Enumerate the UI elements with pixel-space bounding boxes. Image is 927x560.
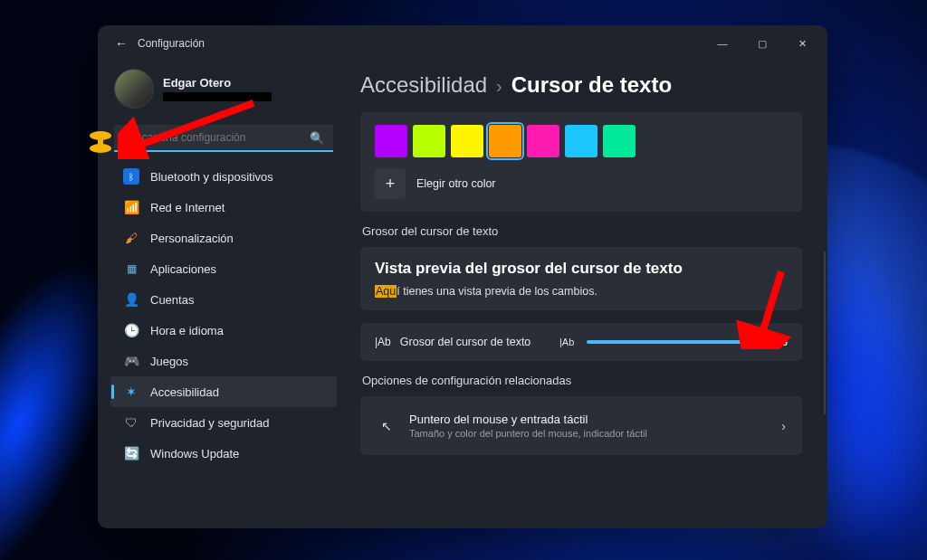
sidebar-item-apps[interactable]: ▦ Aplicaciones	[110, 253, 337, 284]
sidebar-item-label: Bluetooth y dispositivos	[150, 170, 273, 184]
preview-highlight: Aqu	[375, 285, 397, 298]
back-button[interactable]: ←	[110, 36, 132, 51]
breadcrumb-parent[interactable]: Accesibilidad	[360, 72, 487, 98]
slider-label: Grosor del cursor de texto	[400, 336, 531, 348]
sidebar-item-personalization[interactable]: 🖌 Personalización	[110, 223, 337, 253]
sidebar-item-label: Cuentas	[150, 293, 194, 307]
link-subtitle: Tamaño y color del puntero del mouse, in…	[409, 428, 647, 439]
avatar	[114, 69, 154, 109]
sidebar-item-label: Windows Update	[150, 447, 239, 460]
sidebar-item-gaming[interactable]: 🎮 Juegos	[110, 346, 337, 376]
color-swatch-1[interactable]	[413, 125, 445, 157]
preview-text: Aquí tienes una vista previa de los camb…	[375, 285, 788, 298]
slider-min-icon: |Ab	[559, 337, 574, 347]
color-swatch-0[interactable]	[375, 125, 407, 157]
sidebar-item-label: Hora e idioma	[150, 324, 224, 337]
sidebar-item-label: Juegos	[150, 355, 188, 368]
maximize-button[interactable]: ▢	[742, 25, 782, 62]
mouse-pointer-icon: ↖	[377, 419, 397, 433]
slider-thumb[interactable]	[754, 335, 769, 349]
sidebar-item-update[interactable]: 🔄 Windows Update	[110, 438, 337, 469]
sidebar-item-label: Personalización	[150, 232, 234, 245]
color-swatch-5[interactable]	[565, 125, 597, 157]
titlebar: ← Configuración — ▢ ✕	[98, 25, 827, 62]
color-swatches	[375, 125, 788, 157]
sidebar-item-label: Red e Internet	[150, 201, 225, 214]
choose-color-label: Elegir otro color	[416, 177, 496, 190]
nav-list: ᛒ Bluetooth y dispositivos 📶 Red e Inter…	[110, 161, 337, 469]
search-icon: 🔍	[310, 131, 324, 145]
slider-card: |Ab Grosor del cursor de texto |Ab Ab	[360, 323, 802, 361]
clock-icon: 🕒	[123, 322, 139, 338]
thickness-slider[interactable]	[587, 340, 761, 344]
window-title: Configuración	[138, 37, 205, 50]
scrollbar[interactable]	[824, 252, 826, 414]
chevron-right-icon: ›	[781, 419, 786, 433]
profile-email-hidden	[163, 92, 272, 101]
related-section-label: Opciones de configuración relacionadas	[362, 374, 802, 387]
sidebar-item-privacy[interactable]: 🛡 Privacidad y seguridad	[110, 407, 337, 438]
breadcrumb-current: Cursor de texto	[511, 72, 672, 98]
profile-name: Edgar Otero	[163, 76, 272, 90]
cursor-thickness-icon: |Ab	[375, 336, 391, 348]
update-icon: 🔄	[123, 445, 139, 461]
slider-max-icon: Ab	[774, 337, 788, 347]
sidebar-item-bluetooth[interactable]: ᛒ Bluetooth y dispositivos	[110, 161, 337, 192]
color-swatch-6[interactable]	[603, 125, 636, 157]
accounts-icon: 👤	[123, 291, 139, 308]
sidebar-item-label: Privacidad y seguridad	[150, 416, 270, 430]
search-input[interactable]	[123, 131, 306, 144]
sidebar-item-label: Aplicaciones	[150, 262, 216, 276]
sidebar-item-label: Accesibilidad	[150, 385, 219, 399]
choose-color-button[interactable]: +	[375, 168, 406, 199]
sidebar-item-network[interactable]: 📶 Red e Internet	[110, 192, 337, 223]
settings-window: ← Configuración — ▢ ✕ Edgar Otero 🔍	[98, 25, 827, 528]
close-button[interactable]: ✕	[782, 25, 822, 62]
gaming-icon: 🎮	[123, 353, 139, 369]
minimize-button[interactable]: —	[702, 25, 742, 62]
main-content: Accesibilidad › Cursor de texto + Elegir…	[344, 62, 827, 528]
link-title: Puntero del mouse y entrada táctil	[409, 413, 647, 426]
bluetooth-icon: ᛒ	[123, 168, 139, 185]
breadcrumb-separator: ›	[496, 76, 502, 97]
color-swatch-4[interactable]	[527, 125, 559, 157]
breadcrumb: Accesibilidad › Cursor de texto	[360, 65, 802, 112]
wifi-icon: 📶	[123, 199, 139, 215]
thickness-section-label: Grosor del cursor de texto	[362, 224, 802, 238]
choose-color-row[interactable]: + Elegir otro color	[375, 168, 788, 199]
profile-block[interactable]: Edgar Otero	[110, 62, 337, 119]
color-swatch-3[interactable]	[489, 125, 521, 157]
sidebar-item-accounts[interactable]: 👤 Cuentas	[110, 284, 337, 315]
related-link-card[interactable]: ↖ Puntero del mouse y entrada táctil Tam…	[360, 396, 802, 455]
sidebar: Edgar Otero 🔍 ᛒ Bluetooth y dispositivos…	[98, 62, 344, 528]
sidebar-item-time[interactable]: 🕒 Hora e idioma	[110, 315, 337, 346]
apps-icon: ▦	[123, 261, 139, 277]
preview-card: Vista previa del grosor del cursor de te…	[360, 247, 802, 310]
preview-title: Vista previa del grosor del cursor de te…	[375, 260, 788, 278]
brush-icon: 🖌	[123, 230, 139, 246]
color-swatch-2[interactable]	[451, 125, 483, 157]
accessibility-icon: ✶	[123, 384, 139, 400]
color-card: + Elegir otro color	[360, 112, 802, 212]
search-box[interactable]: 🔍	[114, 125, 333, 152]
preview-rest: í tienes una vista previa de los cambios…	[397, 285, 597, 298]
shield-icon: 🛡	[123, 414, 139, 431]
sidebar-item-accessibility[interactable]: ✶ Accesibilidad	[110, 376, 337, 407]
